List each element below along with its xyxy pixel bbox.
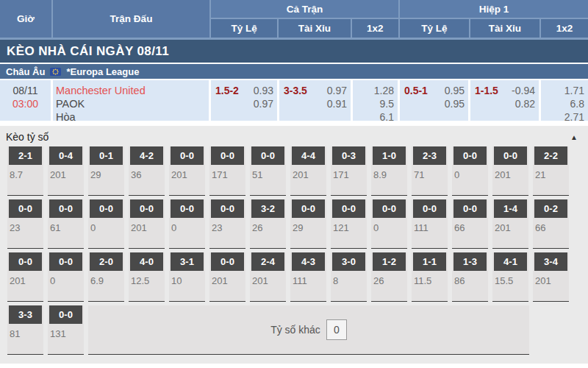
- score-odds-cell[interactable]: 1-111.5: [412, 252, 448, 302]
- score-label: 4-3: [292, 252, 325, 271]
- ft-1x2-home-odd[interactable]: 1.28: [374, 84, 394, 97]
- ft-under-odd[interactable]: 0.91: [327, 97, 347, 110]
- score-label: 0-0: [453, 146, 487, 165]
- score-odds-cell[interactable]: 0-051: [250, 146, 286, 196]
- score-odds-cell[interactable]: 4-012.5: [129, 252, 165, 302]
- score-odds-cell[interactable]: 0-0201: [129, 199, 165, 249]
- other-score-cell: Tỷ số khác 0: [88, 305, 529, 355]
- h1-1x2-away-odd[interactable]: 6.8: [570, 97, 584, 110]
- away-team-name[interactable]: PAOK: [56, 97, 209, 110]
- score-label: 2-3: [413, 146, 446, 165]
- header-h1-overunder: Tài Xỉu: [470, 19, 541, 38]
- score-odds-cell[interactable]: 0-0201: [209, 252, 245, 302]
- h1-handicap-odd-1[interactable]: 0.95: [445, 84, 465, 97]
- h1-1x2-draw-odd[interactable]: 2.71: [564, 110, 584, 124]
- score-odds-value: 10: [171, 275, 205, 286]
- score-odds-cell[interactable]: 0-061: [48, 199, 84, 249]
- score-label: 0-3: [332, 146, 365, 165]
- score-odds-value: 66: [454, 222, 488, 233]
- score-odds-cell[interactable]: 0-0131: [48, 305, 84, 355]
- score-odds-cell[interactable]: 0-023: [7, 199, 43, 249]
- score-label: 0-0: [494, 146, 527, 165]
- score-odds-cell[interactable]: 4-236: [129, 146, 165, 196]
- score-odds-cell[interactable]: 2-06.9: [88, 252, 124, 302]
- score-odds-cell[interactable]: 0-00: [452, 146, 488, 196]
- score-odds-cell[interactable]: 1-226: [371, 252, 407, 302]
- score-odds-cell[interactable]: 4-3111: [290, 252, 326, 302]
- h1-1x2-cell[interactable]: 1.71 6.8 2.71: [541, 80, 588, 121]
- score-odds-cell[interactable]: 0-3171: [331, 146, 367, 196]
- score-odds-cell[interactable]: 2-221: [533, 146, 569, 196]
- score-odds-cell[interactable]: 1-08.9: [371, 146, 407, 196]
- score-odds-cell[interactable]: 0-066: [452, 199, 488, 249]
- score-odds-cell[interactable]: 0-0201: [492, 146, 528, 196]
- score-odds-cell[interactable]: 2-4201: [250, 252, 286, 302]
- score-odds-cell[interactable]: 0-0201: [7, 252, 43, 302]
- score-odds-cell[interactable]: 1-4201: [492, 199, 528, 249]
- league-bar[interactable]: Châu Âu *Europa League: [0, 64, 588, 80]
- score-odds-cell[interactable]: 0-0111: [412, 199, 448, 249]
- score-odds-value: 0: [454, 169, 488, 180]
- match-row: 08/11 03:00 Manchester United PAOK Hòa 1…: [0, 80, 588, 121]
- score-odds-cell[interactable]: 0-129: [88, 146, 124, 196]
- h1-over-odd[interactable]: -0.94: [512, 84, 535, 97]
- score-odds-value: 15.5: [495, 275, 528, 286]
- score-odds-value: 201: [252, 275, 286, 286]
- score-odds-cell[interactable]: 3-08: [331, 252, 367, 302]
- ft-1x2-away-odd[interactable]: 9.5: [380, 97, 394, 110]
- score-odds-cell[interactable]: 0-023: [209, 199, 245, 249]
- h1-under-odd[interactable]: 0.82: [515, 97, 535, 110]
- score-label: 0-0: [413, 199, 446, 218]
- score-odds-cell[interactable]: 0-0201: [169, 146, 205, 196]
- score-label: 1-0: [373, 146, 406, 165]
- score-odds-cell[interactable]: 0-00: [169, 199, 205, 249]
- score-odds-value: 71: [414, 169, 448, 180]
- score-odds-value: 201: [535, 275, 569, 286]
- score-odds-value: 8.9: [373, 169, 407, 180]
- score-odds-value: 21: [535, 169, 569, 180]
- score-odds-cell[interactable]: 0-00: [371, 199, 407, 249]
- h1-handicap-odd-2[interactable]: 0.95: [445, 97, 465, 110]
- ft-handicap-cell[interactable]: 1.5-20.93 0.97: [211, 80, 279, 121]
- score-odds-cell[interactable]: 3-110: [169, 252, 205, 302]
- h1-1x2-home-odd[interactable]: 1.71: [564, 84, 584, 97]
- h1-handicap-cell[interactable]: 0.5-10.95 0.95: [400, 80, 470, 121]
- header-h1-handicap: Tỷ Lệ: [400, 19, 470, 38]
- score-odds-cell[interactable]: 0-00: [88, 199, 124, 249]
- score-odds-cell[interactable]: 2-18.7: [7, 146, 43, 196]
- score-odds-cell[interactable]: 4-4201: [290, 146, 326, 196]
- score-odds-cell[interactable]: 3-4201: [533, 252, 569, 302]
- home-team-name[interactable]: Manchester United: [56, 84, 209, 97]
- ft-1x2-cell[interactable]: 1.28 9.5 6.1: [353, 80, 400, 121]
- ft-handicap-odd-2[interactable]: 0.97: [254, 97, 273, 110]
- score-odds-value: 8.7: [10, 169, 43, 180]
- score-odds-value: 0: [50, 275, 84, 286]
- score-odds-cell[interactable]: 0-029: [290, 199, 326, 249]
- score-odds-cell[interactable]: 0-0121: [331, 199, 367, 249]
- score-odds-cell[interactable]: 4-115.5: [492, 252, 528, 302]
- score-odds-cell[interactable]: 2-371: [412, 146, 448, 196]
- score-label: 1-2: [373, 252, 406, 271]
- score-odds-value: 201: [50, 169, 84, 180]
- ft-1x2-draw-odd[interactable]: 6.1: [380, 110, 394, 124]
- score-label: 0-0: [373, 199, 406, 218]
- score-odds-cell[interactable]: 3-381: [7, 305, 43, 355]
- score-odds-cell[interactable]: 0-4201: [48, 146, 84, 196]
- score-odds-cell[interactable]: 0-0171: [209, 146, 245, 196]
- score-label: 3-0: [332, 252, 365, 271]
- h1-overunder-cell[interactable]: 1-1.5-0.94 0.82: [470, 80, 541, 121]
- score-odds-value: 121: [333, 222, 367, 233]
- score-odds-cell[interactable]: 0-266: [533, 199, 569, 249]
- score-odds-value: 29: [293, 222, 326, 233]
- ft-over-odd[interactable]: 0.97: [327, 84, 347, 97]
- score-odds-cell[interactable]: 1-386: [452, 252, 488, 302]
- score-odds-cell[interactable]: 3-226: [250, 199, 286, 249]
- chevron-up-icon[interactable]: ▲: [570, 133, 578, 141]
- score-label: 0-4: [49, 146, 82, 165]
- ft-handicap-odd-1[interactable]: 0.93: [254, 84, 273, 97]
- score-odds-value: 0: [373, 222, 407, 233]
- score-odds-cell[interactable]: 0-00: [48, 252, 84, 302]
- ft-overunder-cell[interactable]: 3-3.50.97 0.91: [279, 80, 353, 121]
- other-score-input[interactable]: 0: [326, 319, 347, 340]
- score-odds-value: 111: [414, 222, 448, 233]
